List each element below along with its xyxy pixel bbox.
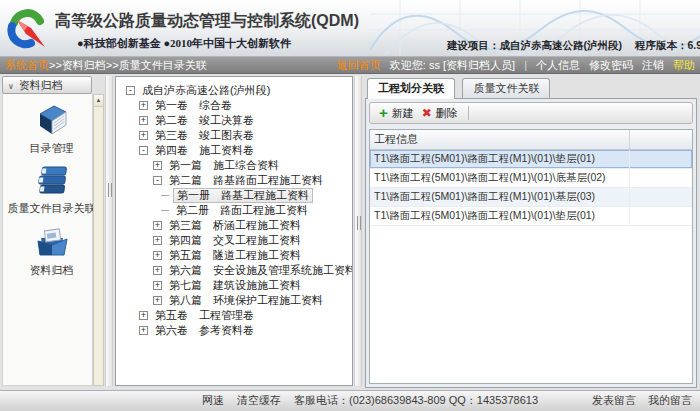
- sidebar-item-label: 目录管理: [30, 141, 74, 156]
- association-panel-body: + 新建 ✖ 删除 工程信息 T1\路面工程(5M01)\路面工程(M1)\(0…: [365, 98, 697, 388]
- tree-item-selected[interactable]: 第一册 路基工程施工资料: [116, 188, 352, 203]
- table-row[interactable]: T1\路面工程(5M01)\路面工程(M1)\(01)\垫层(01): [370, 207, 692, 226]
- sidebar-scrollbar[interactable]: ▲: [93, 94, 104, 386]
- table-row[interactable]: T1\路面工程(5M01)\路面工程(M1)\(01)\基层(03): [370, 188, 692, 207]
- association-panel: 工程划分关联 质量文件关联 + 新建 ✖ 删除 工: [365, 78, 697, 388]
- tree-expand-icon[interactable]: +: [153, 266, 162, 275]
- tree-item[interactable]: +第一卷 综合卷: [116, 98, 352, 113]
- breadcrumb: 系统首页>>资料归档>>质量文件目录关联: [5, 57, 207, 73]
- tree-collapse-icon[interactable]: -: [139, 146, 148, 155]
- delete-button[interactable]: ✖ 删除: [418, 105, 462, 122]
- tree-expand-icon[interactable]: +: [153, 251, 162, 260]
- table-row[interactable]: T1\路面工程(5M01)\路面工程(M1)\(01)\底基层(02): [370, 169, 692, 188]
- welcome-user-label: 欢迎您: ss [资料归档人员]: [390, 57, 515, 73]
- navbar-user-links: 返回首页 欢迎您: ss [资料归档人员] | 个人信息 修改密码 注销 帮助: [337, 57, 695, 73]
- service-phone-label: 客服电话：(023)68639843-809 QQ：1435378613: [294, 394, 538, 406]
- tree-item[interactable]: +第七篇 建筑设施施工资料: [116, 278, 352, 293]
- tree-item[interactable]: +第一篇 施工综合资料: [116, 158, 352, 173]
- app-header: 高等级公路质量动态管理与控制系统(QDM) ●科技部创新基金 ●2010年中国十…: [0, 0, 700, 57]
- delete-x-icon: ✖: [422, 107, 432, 119]
- app-subtitle-awards: ●科技部创新基金 ●2010年中国十大创新软件: [77, 36, 291, 51]
- sidebar-item-quality-file-catalog-link[interactable]: 质量文件目录关联: [0, 162, 103, 216]
- new-button[interactable]: + 新建: [375, 105, 418, 122]
- sidebar-item-label: 资料归档: [30, 263, 74, 278]
- tree-collapse-icon[interactable]: -: [153, 176, 162, 185]
- table-row[interactable]: T1\路面工程(5M01)\路面工程(M1)\(01)\垫层(01): [370, 150, 692, 169]
- notebook-icon: [34, 102, 70, 138]
- help-link[interactable]: 帮助: [673, 57, 695, 73]
- delete-button-label: 删除: [436, 106, 458, 121]
- back-home-link[interactable]: 返回首页: [337, 57, 381, 73]
- tree-collapse-icon[interactable]: -: [126, 86, 135, 95]
- project-info-bar: 建设项目：成自泸赤高速公路(泸州段) 程序版本：6.9 客户端下载: [447, 39, 700, 53]
- tree-expand-icon[interactable]: +: [153, 236, 162, 245]
- tree-expand-icon[interactable]: +: [153, 281, 162, 290]
- tab-quality-file-association[interactable]: 质量文件关联: [462, 78, 550, 98]
- splitter-grip: [108, 183, 112, 197]
- tree-expand-icon[interactable]: +: [153, 296, 162, 305]
- tree-leaf-connector: [161, 195, 169, 196]
- sidebar-item-label: 质量文件目录关联: [8, 201, 96, 216]
- tree-expand-icon[interactable]: +: [139, 326, 148, 335]
- breadcrumb-path: >>资料归档>>质量文件目录关联: [49, 59, 207, 71]
- new-button-label: 新建: [392, 106, 414, 121]
- tree-expand-icon[interactable]: +: [139, 116, 148, 125]
- tree-item[interactable]: -第二篇 路基路面工程施工资料: [116, 173, 352, 188]
- sidebar-item-data-archive[interactable]: 资料归档: [0, 224, 103, 278]
- profile-link[interactable]: 个人信息: [536, 57, 580, 73]
- logout-link[interactable]: 注销: [642, 57, 664, 73]
- breadcrumb-home-link[interactable]: 系统首页: [5, 59, 49, 71]
- scroll-up-arrow-icon[interactable]: ▲: [94, 95, 103, 107]
- chevron-down-icon: ∨: [8, 82, 14, 91]
- my-messages-link[interactable]: 我的留言: [648, 391, 692, 410]
- splitter-grip: [357, 216, 361, 230]
- sidebar-item-catalog-management[interactable]: 目录管理: [0, 102, 103, 156]
- column-header-project-info[interactable]: 工程信息: [370, 130, 630, 149]
- tree-item[interactable]: +第六篇 安全设施及管理系统施工资料: [116, 263, 352, 278]
- tree-item[interactable]: +第四篇 交叉工程施工资料: [116, 233, 352, 248]
- app-title: 高等级公路质量动态管理与控制系统(QDM): [55, 11, 359, 32]
- association-tabbar: 工程划分关联 质量文件关联: [365, 78, 697, 98]
- tree-expand-icon[interactable]: +: [153, 221, 162, 230]
- footer-message-links: 发表留言 我的留言: [592, 391, 692, 410]
- archive-folder-icon: [34, 224, 70, 260]
- project-name-label: 建设项目：成自泸赤高速公路(泸州段): [447, 39, 622, 51]
- tree-item[interactable]: +第五卷 工程管理卷: [116, 308, 352, 323]
- tree-expand-icon[interactable]: +: [139, 101, 148, 110]
- project-info-grid: 工程信息 T1\路面工程(5M01)\路面工程(M1)\(01)\垫层(01) …: [369, 129, 693, 384]
- column-header-empty: [630, 130, 692, 149]
- application-window: 高等级公路质量动态管理与控制系统(QDM) ●科技部创新基金 ●2010年中国十…: [0, 0, 700, 411]
- breadcrumb-navbar: 系统首页>>资料归档>>质量文件目录关联 返回首页 欢迎您: ss [资料归档人…: [0, 57, 700, 74]
- tab-project-division-association[interactable]: 工程划分关联: [367, 78, 455, 99]
- sidebar-header-archive[interactable]: ∨资料归档: [2, 76, 92, 94]
- grid-toolbar: + 新建 ✖ 删除: [369, 102, 693, 124]
- tree-item[interactable]: +第二卷 竣工决算卷: [116, 113, 352, 128]
- tree-expand-icon[interactable]: +: [139, 131, 148, 140]
- plus-icon: +: [379, 107, 388, 119]
- sidebar-header-label: 资料归档: [19, 79, 63, 91]
- archive-catalog-tree: -成自泸赤高速公路(泸州段) +第一卷 综合卷 +第二卷 竣工决算卷 +第三卷 …: [115, 76, 353, 386]
- tree-item[interactable]: +第三卷 竣工图表卷: [116, 128, 352, 143]
- grid-header-row: 工程信息: [370, 130, 692, 150]
- status-footer: 网速 清空缓存 客服电话：(023)68639843-809 QQ：143537…: [0, 390, 700, 411]
- program-version-label: 程序版本：6.9: [635, 39, 700, 51]
- tree-panel-splitter[interactable]: [354, 76, 362, 386]
- tree-expand-icon[interactable]: +: [139, 311, 148, 320]
- tree-item[interactable]: +第五篇 隧道工程施工资料: [116, 248, 352, 263]
- tree-item[interactable]: -第四卷 施工资料卷: [116, 143, 352, 158]
- tree-item[interactable]: 第二册 路面工程施工资料: [116, 203, 352, 218]
- tree-expand-icon[interactable]: +: [153, 161, 162, 170]
- network-speed-link[interactable]: 网速: [202, 394, 224, 406]
- main-content: ∨资料归档 目录管理 质量: [0, 74, 700, 390]
- tree-item[interactable]: +第八篇 环境保护工程施工资料: [116, 293, 352, 308]
- sidebar-tree-splitter[interactable]: [105, 76, 113, 386]
- tree-item[interactable]: +第六卷 参考资料卷: [116, 323, 352, 338]
- clear-cache-link[interactable]: 清空缓存: [237, 394, 281, 406]
- tree-leaf-connector: [161, 210, 169, 211]
- change-password-link[interactable]: 修改密码: [589, 57, 633, 73]
- books-stack-icon: [34, 162, 70, 198]
- tree-item-root[interactable]: -成自泸赤高速公路(泸州段): [116, 83, 352, 98]
- tree-item[interactable]: +第三篇 桥涵工程施工资料: [116, 218, 352, 233]
- post-message-link[interactable]: 发表留言: [592, 391, 636, 410]
- nav-divider: |: [524, 57, 527, 73]
